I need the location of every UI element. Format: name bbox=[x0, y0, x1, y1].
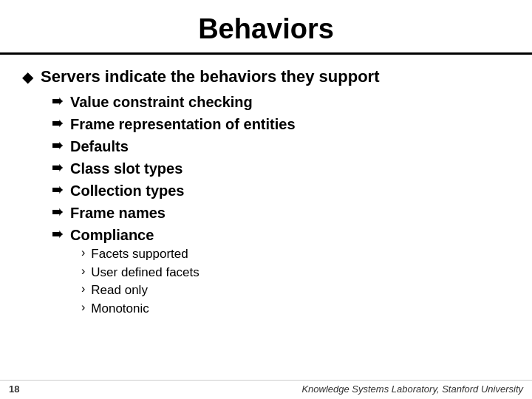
compliance-item-4: › Monotonic bbox=[81, 301, 510, 318]
arrow-icon-5: ➠ bbox=[52, 182, 63, 198]
chevron-icon-2: › bbox=[81, 265, 85, 278]
main-bullet-text: Servers indicate the behaviors they supp… bbox=[41, 66, 379, 88]
page-number: 18 bbox=[9, 383, 19, 395]
main-bullet: ◆ Servers indicate the behaviors they su… bbox=[22, 66, 510, 88]
arrow-icon-6: ➠ bbox=[52, 204, 63, 220]
compliance-item-1: › Facets supported bbox=[81, 246, 510, 263]
sub-bullet-2: ➠ Frame representation of entities bbox=[52, 115, 510, 134]
sub-bullet-7: ➠ Compliance bbox=[52, 225, 510, 245]
sub-bullet-text-3: Defaults bbox=[70, 137, 129, 156]
slide-content: ◆ Servers indicate the behaviors they su… bbox=[0, 61, 532, 380]
chevron-icon-3: › bbox=[81, 282, 85, 296]
slide-title: Behaviors bbox=[198, 13, 334, 44]
sub-bullet-6: ➠ Frame names bbox=[52, 203, 510, 222]
sub-bullet-text-4: Class slot types bbox=[70, 159, 183, 178]
sub-bullet-text-5: Collection types bbox=[70, 181, 184, 200]
compliance-text-4: Monotonic bbox=[91, 301, 149, 318]
sub-bullet-text-6: Frame names bbox=[70, 203, 166, 222]
arrow-icon-2: ➠ bbox=[52, 115, 63, 132]
arrow-icon-1: ➠ bbox=[52, 93, 63, 109]
sub-items-list: ➠ Value constraint checking ➠ Frame repr… bbox=[52, 92, 510, 246]
compliance-text-2: User defined facets bbox=[91, 265, 199, 282]
compliance-item-2: › User defined facets bbox=[81, 265, 510, 282]
title-bar: Behaviors bbox=[0, 0, 532, 55]
sub-bullet-text-1: Value constraint checking bbox=[70, 92, 253, 112]
arrow-icon-7: ➠ bbox=[52, 226, 63, 242]
sub-bullet-1: ➠ Value constraint checking bbox=[52, 92, 510, 112]
compliance-sub-items: › Facets supported › User defined facets… bbox=[81, 246, 510, 319]
institution-label: Knowledge Systems Laboratory, Stanford U… bbox=[301, 383, 523, 395]
compliance-text-1: Facets supported bbox=[91, 246, 188, 263]
arrow-icon-4: ➠ bbox=[52, 160, 63, 176]
arrow-icon-3: ➠ bbox=[52, 137, 63, 154]
sub-bullet-5: ➠ Collection types bbox=[52, 181, 510, 200]
main-bullet-icon: ◆ bbox=[22, 68, 33, 86]
compliance-text-3: Read only bbox=[91, 282, 148, 299]
chevron-icon-1: › bbox=[81, 246, 85, 259]
sub-bullet-text-2: Frame representation of entities bbox=[70, 115, 296, 134]
chevron-icon-4: › bbox=[81, 301, 85, 314]
sub-bullet-text-7: Compliance bbox=[70, 225, 154, 245]
slide: Behaviors ◆ Servers indicate the behavio… bbox=[0, 0, 532, 399]
sub-bullet-3: ➠ Defaults bbox=[52, 137, 510, 156]
sub-bullet-4: ➠ Class slot types bbox=[52, 159, 510, 178]
slide-footer: 18 Knowledge Systems Laboratory, Stanfor… bbox=[0, 380, 532, 399]
compliance-item-3: › Read only bbox=[81, 282, 510, 299]
